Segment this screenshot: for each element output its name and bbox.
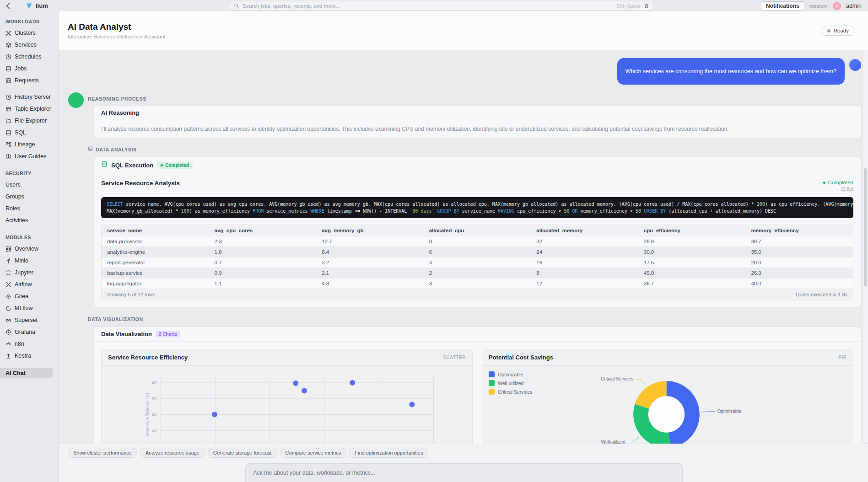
sidebar-item-label: Groups [5, 193, 24, 200]
sidebar-item-n8n[interactable]: n8n [0, 338, 58, 350]
sidebar-item-users[interactable]: Users [0, 179, 58, 191]
legend-label: Critical Services [498, 389, 532, 395]
query-time-info: Query executed in 1.8s [796, 292, 847, 297]
suggestion-chip-generate-storage-forecast[interactable]: Generate storage forecast [208, 448, 277, 458]
table-cell: log-aggregator [102, 278, 209, 289]
table-footer: Showing 5 of 12 rows Query executed in 1… [102, 289, 853, 300]
table-cell: 3.2 [316, 257, 424, 268]
svg-text:Memory Efficiency (%): Memory Efficiency (%) [145, 393, 150, 436]
sidebar-item-sql[interactable]: SQL [0, 127, 58, 139]
sidebar-item-label: Grafana [15, 329, 35, 335]
app-name: Ilum [36, 2, 48, 9]
back-icon[interactable] [5, 2, 12, 10]
table-cell: 8 [531, 268, 638, 278]
status-dot-icon [823, 182, 825, 184]
reasoning-section-label: REASONING PROCESS [88, 96, 861, 102]
sidebar-item-services[interactable]: Services [0, 39, 58, 51]
user-guides-icon [5, 154, 11, 160]
sidebar-item-label: Roles [5, 205, 20, 212]
table-cell: 24 [531, 247, 638, 257]
table-cell: 40.0 [745, 278, 853, 289]
table-cell: 4 [424, 257, 531, 268]
column-header: cpu_efficiency [638, 225, 746, 236]
suggestion-chip-compare-service-metrics[interactable]: Compare service metrics [280, 448, 347, 458]
suggestion-chip-analyze-resource-usage[interactable]: Analyze resource usage [140, 448, 205, 458]
sidebar-item-superset[interactable]: Superset [0, 314, 58, 326]
status-dot-icon [161, 164, 163, 166]
sidebar-divider [0, 86, 58, 91]
sidebar-item-label: Airflow [15, 281, 32, 288]
sidebar-item-label: SQL [15, 129, 26, 136]
jobs-icon [5, 66, 11, 72]
sidebar-item-minio[interactable]: Minio [0, 255, 58, 267]
sidebar-item-file-explorer[interactable]: File Explorer [0, 115, 58, 127]
sidebar-item-groups[interactable]: Groups [0, 191, 58, 203]
global-search[interactable]: Ctrl+Space [230, 1, 653, 11]
pie-legend: OptimizableWell-utilizedCritical Service… [489, 371, 532, 395]
sidebar-item-activities[interactable]: Activities [0, 214, 58, 226]
table-cell: analytics-engine [102, 247, 209, 257]
user-avatar[interactable]: A [833, 2, 841, 10]
legend-swatch-icon [489, 371, 495, 377]
pie-chart-type-tag: PIE [838, 355, 846, 360]
sidebar-item-clusters[interactable]: Clusters [0, 27, 58, 39]
table-cell: 1.8 [209, 247, 317, 257]
sidebar-item-mlflow[interactable]: MLflow [0, 302, 58, 314]
svg-text:Critical Services: Critical Services [601, 376, 633, 381]
scrollbar-thumb[interactable] [864, 168, 867, 286]
results-table-head: service_nameavg_cpu_coresavg_memory_gbal… [102, 225, 853, 236]
suggestion-chip-find-optimization-opportunities[interactable]: Find optimization opportunities [349, 448, 428, 458]
airflow-icon [5, 282, 11, 288]
composer: Show cluster performanceAnalyze resource… [59, 444, 868, 482]
table-cell: report-generator [102, 257, 209, 268]
svg-text:40: 40 [152, 380, 157, 385]
sidebar-sections: WORKLOADSClustersServicesSchedulesJobsRe… [0, 19, 58, 362]
sidebar-item-kestra[interactable]: Kestra [0, 350, 58, 362]
minio-icon [5, 258, 11, 264]
sidebar-item-jupyter[interactable]: Jupyter [0, 267, 58, 278]
legend-swatch-icon [489, 389, 495, 395]
column-header: allocated_memory [531, 225, 638, 236]
reasoning-card: AI Reasoning I'll analyze resource consu… [93, 105, 861, 138]
search-input[interactable] [243, 3, 614, 9]
scatter-chart-title: Service Resource Efficiency [108, 354, 188, 361]
sidebar-item-user-guides[interactable]: User Guides [0, 150, 58, 162]
status-dot-icon [827, 29, 830, 32]
sidebar-item-ai-chat[interactable]: AI Chat [0, 368, 53, 378]
sidebar-item-lineage[interactable]: Lineage [0, 139, 58, 150]
sql-execution-card: SQL Execution Completed Service Resource… [93, 157, 861, 307]
table-cell: 20.0 [745, 257, 853, 268]
table-cell: backup-service [102, 268, 209, 278]
sidebar-item-roles[interactable]: Roles [0, 203, 58, 214]
table-row: data-processor2.312.783228.839.7 [102, 236, 853, 247]
superset-icon [5, 317, 11, 323]
completed-badge: Completed [157, 162, 193, 169]
sidebar-item-airflow[interactable]: Airflow [0, 278, 58, 290]
suggestion-chip-show-cluster-performance[interactable]: Show cluster performance [68, 448, 137, 458]
sidebar-section-label: MODULES [5, 235, 53, 240]
sidebar-item-label: Superset [15, 317, 38, 323]
chat-area: Which services are consuming the most re… [59, 50, 868, 482]
scatter-chart-type-tag: SCATTER [443, 355, 466, 360]
sql-code-block[interactable]: SELECT service_name, AVG(cpu_cores_used)… [101, 197, 853, 218]
trash-icon[interactable] [644, 3, 649, 9]
table-row: analytics-engine1.88.462430.035.0 [102, 247, 853, 257]
chat-input[interactable] [245, 463, 683, 482]
sidebar-section-label: WORKLOADS [5, 19, 53, 24]
legend-item: Critical Services [489, 389, 532, 395]
table-cell: 0.7 [209, 257, 317, 268]
scrollbar[interactable] [863, 51, 868, 443]
sidebar-item-grafana[interactable]: Grafana [0, 326, 58, 338]
sidebar-item-history-server[interactable]: History Server [0, 91, 58, 103]
app-root: Ilum Ctrl+Space Notifications version: A… [0, 0, 868, 482]
mlflow-icon [5, 305, 11, 311]
sidebar-item-jobs[interactable]: Jobs [0, 63, 58, 75]
notifications-button[interactable]: Notifications [761, 1, 804, 11]
sidebar-item-overview[interactable]: Overview [0, 243, 58, 255]
sidebar-item-table-explorer[interactable]: Table Explorer [0, 103, 58, 115]
charts-count-badge: 2 Charts [156, 331, 180, 337]
sidebar-item-requests[interactable]: Requests [0, 75, 58, 86]
sidebar-item-schedules[interactable]: Schedules [0, 51, 58, 63]
sidebar-item-gitea[interactable]: Gitea [0, 290, 58, 302]
sql-icon [5, 130, 11, 136]
